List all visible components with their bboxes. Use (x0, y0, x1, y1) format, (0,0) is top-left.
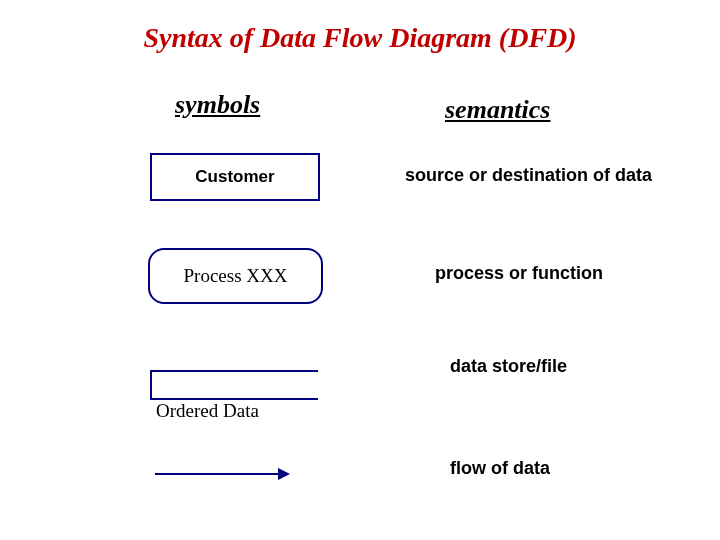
dataflow-semantic: flow of data (450, 458, 550, 479)
external-entity-symbol: Customer (150, 153, 320, 201)
external-entity-label: Customer (195, 167, 274, 187)
process-symbol: Process XXX (148, 248, 323, 304)
dataflow-arrow-icon (155, 468, 290, 480)
process-semantic: process or function (435, 263, 603, 284)
datastore-label: Ordered Data (156, 400, 259, 422)
diagram-title: Syntax of Data Flow Diagram (DFD) (0, 22, 720, 54)
arrow-head-icon (278, 468, 290, 480)
arrow-line (155, 473, 280, 475)
symbols-column-header: symbols (175, 90, 260, 120)
external-entity-semantic: source or destination of data (405, 165, 652, 186)
datastore-symbol (150, 370, 318, 400)
datastore-semantic: data store/file (450, 356, 567, 377)
semantics-column-header: semantics (445, 95, 550, 125)
process-label: Process XXX (184, 265, 288, 287)
